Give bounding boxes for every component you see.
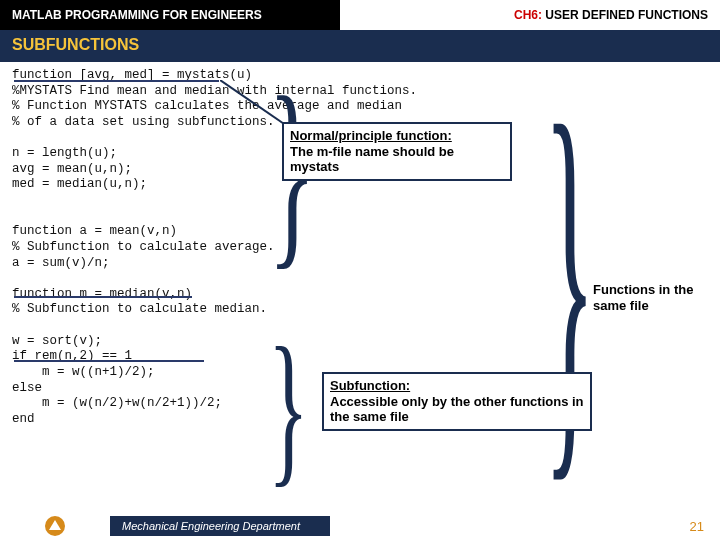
callout-body: Accessible only by the other functions i… bbox=[330, 394, 584, 425]
chapter-name: USER DEFINED FUNCTIONS bbox=[542, 8, 708, 22]
course-title: MATLAB PROGRAMMING FOR ENGINEERS bbox=[0, 0, 340, 30]
page-number: 21 bbox=[330, 519, 720, 534]
brace-subfunctions: } bbox=[268, 322, 309, 492]
callout-subfunction: Subfunction: Accessible only by the othe… bbox=[322, 372, 592, 431]
callout-body: The m-file name should be mystats bbox=[290, 144, 454, 175]
university-logo bbox=[0, 512, 110, 540]
svg-line-0 bbox=[220, 80, 290, 128]
slide-body: function [avg, med] = mystats(u) %MYSTAT… bbox=[0, 62, 720, 492]
underline-subfunction-mean bbox=[14, 288, 192, 298]
callout-principle-function: Normal/principle function: The m-file na… bbox=[282, 122, 512, 181]
callout-title: Subfunction: bbox=[330, 378, 410, 393]
department-label: Mechanical Engineering Department bbox=[110, 516, 330, 536]
callout-title: Normal/principle function: bbox=[290, 128, 452, 143]
chapter-title: CH6: USER DEFINED FUNCTIONS bbox=[340, 0, 720, 30]
underline-main-function bbox=[14, 72, 219, 82]
slide-footer: Mechanical Engineering Department 21 bbox=[0, 512, 720, 540]
underline-subfunction-median bbox=[14, 352, 204, 362]
slide-title: SUBFUNCTIONS bbox=[0, 30, 720, 62]
side-note: Functions in the same file bbox=[593, 282, 708, 313]
slide-header: MATLAB PROGRAMMING FOR ENGINEERS CH6: US… bbox=[0, 0, 720, 30]
chapter-number: CH6: bbox=[514, 8, 542, 22]
